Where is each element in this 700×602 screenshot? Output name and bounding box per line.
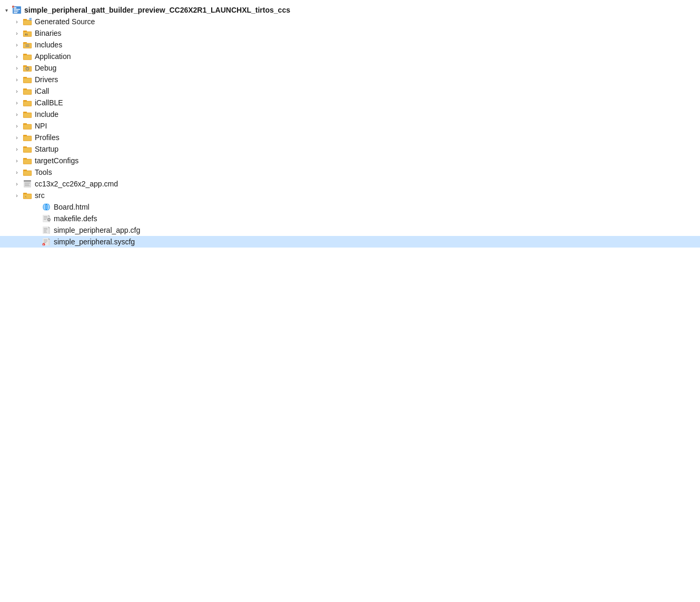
tree-item-app-cfg[interactable]: simple_peripheral_app.cfg <box>0 224 700 236</box>
board-html-chevron <box>32 203 40 211</box>
cc13x2-cmd-chevron: › <box>13 180 21 188</box>
tree-root[interactable]: ▾ RT simple_peripheral_gatt_builder_prev… <box>0 4 700 16</box>
tree-item-debug[interactable]: › Debug <box>0 62 700 74</box>
tree-item-src[interactable]: › ✎ src <box>0 190 700 201</box>
svg-rect-4 <box>14 12 17 13</box>
icall-icon <box>22 86 33 96</box>
tools-label: Tools <box>35 168 52 176</box>
npi-icon <box>22 121 33 131</box>
npi-chevron: › <box>13 122 21 130</box>
svg-rect-58 <box>25 183 30 183</box>
svg-rect-59 <box>25 184 29 185</box>
tree-item-tools[interactable]: › Tools <box>0 166 700 178</box>
tree-item-icall[interactable]: › iCall <box>0 85 700 97</box>
svg-rect-3 <box>14 11 18 12</box>
includes-label: Includes <box>35 41 62 49</box>
svg-rect-34 <box>24 90 31 94</box>
icallble-chevron: › <box>13 98 21 107</box>
root-chevron: ▾ <box>2 6 11 14</box>
svg-rect-89 <box>44 241 47 242</box>
targetconfigs-chevron: › <box>13 156 21 165</box>
tree-item-cc13x2-cmd[interactable]: › cc13x2_cc26x2_app.cmd <box>0 178 700 190</box>
application-chevron: › <box>13 52 21 61</box>
tree-item-includes[interactable]: › Includes <box>0 39 700 51</box>
binaries-chevron: › <box>13 29 21 37</box>
generated-source-chevron: › <box>13 17 21 26</box>
tree-item-syscfg[interactable]: $ simple_peripheral.syscfg <box>0 236 700 248</box>
cc13x2-cmd-icon <box>22 179 33 189</box>
svg-rect-84 <box>44 232 47 233</box>
project-icon: RT <box>12 5 22 15</box>
profiles-icon <box>22 133 33 142</box>
svg-rect-88 <box>44 240 47 240</box>
tree-item-icallble[interactable]: › iCallBLE <box>0 97 700 108</box>
targetconfigs-label: targetConfigs <box>35 156 78 165</box>
drivers-label: Drivers <box>35 75 58 84</box>
app-cfg-label: simple_peripheral_app.cfg <box>54 226 140 234</box>
icall-label: iCall <box>35 87 49 95</box>
src-icon: ✎ <box>22 191 33 200</box>
svg-rect-20 <box>25 46 29 46</box>
makefile-defs-label: makefile.defs <box>54 214 97 223</box>
application-icon <box>22 52 33 61</box>
profiles-label: Profiles <box>35 133 60 142</box>
svg-text:RT: RT <box>13 6 15 8</box>
makefile-defs-icon <box>41 214 52 223</box>
svg-rect-82 <box>44 230 47 230</box>
tree-item-startup[interactable]: › Startup <box>0 143 700 155</box>
svg-rect-28 <box>27 67 27 69</box>
file-tree: ▾ RT simple_peripheral_gatt_builder_prev… <box>0 0 700 252</box>
icallble-icon <box>22 98 33 107</box>
application-label: Application <box>35 52 71 61</box>
svg-rect-52 <box>24 160 31 164</box>
board-html-label: Board.html <box>54 203 90 211</box>
svg-rect-87 <box>48 240 50 245</box>
app-cfg-icon <box>41 225 52 235</box>
tools-icon <box>22 167 33 177</box>
tree-item-generated-source[interactable]: › GS Generated Source <box>0 16 700 27</box>
board-html-icon <box>41 202 52 212</box>
tree-item-drivers[interactable]: › Drivers <box>0 74 700 85</box>
root-label: simple_peripheral_gatt_builder_preview_C… <box>24 6 290 14</box>
include-chevron: › <box>13 110 21 119</box>
svg-rect-9 <box>24 21 31 25</box>
src-chevron: › <box>13 191 21 200</box>
targetconfigs-icon <box>22 156 33 165</box>
svg-rect-83 <box>44 231 46 231</box>
svg-marker-71 <box>48 215 50 216</box>
generated-source-label: Generated Source <box>35 17 95 26</box>
npi-label: NPI <box>35 122 47 130</box>
binaries-label: Binaries <box>35 29 62 37</box>
icallble-label: iCallBLE <box>35 98 63 107</box>
svg-rect-18 <box>24 44 31 48</box>
svg-rect-23 <box>24 55 31 60</box>
debug-label: Debug <box>35 64 56 72</box>
startup-icon <box>22 144 33 154</box>
tools-chevron: › <box>13 168 21 176</box>
tree-item-board-html[interactable]: Board.html <box>0 201 700 213</box>
include-icon <box>22 110 33 119</box>
includes-icon <box>22 40 33 50</box>
syscfg-label: simple_peripheral.syscfg <box>54 238 135 246</box>
tree-item-targetconfigs[interactable]: › targetConfigs <box>0 155 700 166</box>
svg-point-77 <box>48 219 50 221</box>
tree-item-npi[interactable]: › NPI <box>0 120 700 132</box>
svg-rect-43 <box>24 125 31 129</box>
cc13x2-cmd-label: cc13x2_cc26x2_app.cmd <box>35 180 118 188</box>
svg-rect-57 <box>24 180 31 182</box>
drivers-chevron: › <box>13 75 21 84</box>
svg-rect-78 <box>43 226 48 234</box>
tree-item-binaries[interactable]: › 01 Binaries <box>0 27 700 39</box>
svg-rect-40 <box>24 113 31 117</box>
tree-item-application[interactable]: › Application <box>0 51 700 62</box>
tree-item-include[interactable]: › Include <box>0 108 700 120</box>
includes-chevron: › <box>13 41 21 49</box>
generated-source-icon: GS <box>22 17 33 26</box>
svg-rect-73 <box>44 216 47 217</box>
svg-rect-80 <box>48 228 50 234</box>
tree-item-makefile-defs[interactable]: makefile.defs <box>0 213 700 224</box>
makefile-defs-chevron <box>32 214 40 223</box>
svg-rect-31 <box>24 78 31 83</box>
tree-item-profiles[interactable]: › Profiles <box>0 132 700 143</box>
icall-chevron: › <box>13 87 21 95</box>
